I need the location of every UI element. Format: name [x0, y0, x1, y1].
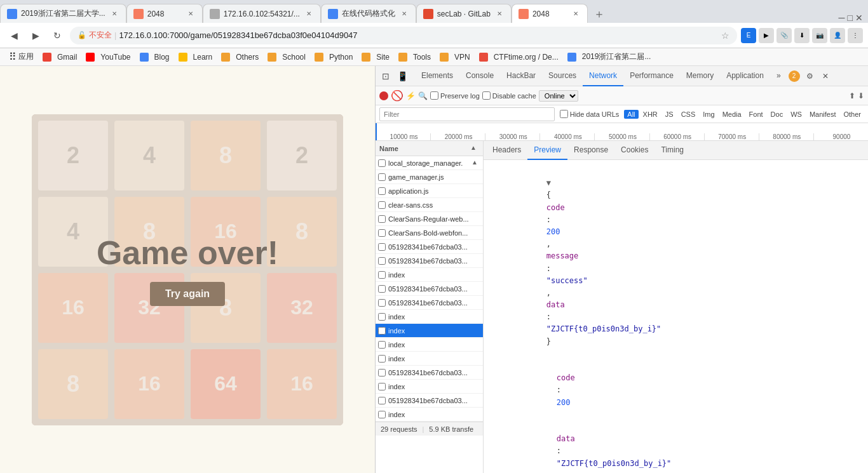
net-checkbox-i6[interactable]: [378, 411, 386, 418]
tab-close-2019[interactable]: ✕: [109, 9, 119, 19]
bookmark-gmail[interactable]: Gmail: [39, 51, 81, 63]
net-row-hash2[interactable]: 051928341be67dcba03...: [376, 254, 483, 268]
preview-tab-headers[interactable]: Headers: [486, 141, 527, 160]
bookmark-ctf[interactable]: CTFtime.org / De...: [475, 51, 562, 63]
extension-icon-3[interactable]: 📎: [776, 28, 792, 43]
hide-data-urls-checkbox[interactable]: [560, 110, 568, 118]
filter-icon[interactable]: ⚡: [406, 91, 416, 100]
refresh-button[interactable]: ↻: [48, 27, 66, 44]
tab-2048-1[interactable]: 2048 ✕: [126, 4, 203, 23]
tab-console[interactable]: Console: [459, 66, 500, 86]
tab-2019[interactable]: 2019浙江省第二届大学... ✕: [0, 4, 126, 23]
new-tab-button[interactable]: ＋: [590, 5, 608, 23]
tab-close-2048-active[interactable]: ✕: [571, 9, 581, 19]
net-row-hash4[interactable]: 051928341be67dcba03...: [376, 296, 483, 310]
try-again-button[interactable]: Try again: [150, 282, 225, 306]
tab-sources[interactable]: Sources: [542, 66, 583, 86]
export-button[interactable]: ⬇: [858, 91, 864, 100]
net-checkbox-css[interactable]: [378, 201, 386, 209]
preview-tab-response[interactable]: Response: [567, 141, 614, 160]
disable-cache-checkbox[interactable]: [482, 91, 491, 100]
bookmark-apps[interactable]: ⠿ 应用: [5, 50, 37, 64]
tab-daima[interactable]: 在线代码格式化 ✕: [321, 4, 416, 23]
net-row-clearsans-reg[interactable]: ClearSans-Regular-web...: [376, 212, 483, 226]
extension-icon-1[interactable]: E: [741, 28, 756, 43]
devtools-settings-button[interactable]: ⚙: [803, 69, 818, 84]
bookmark-learn[interactable]: Learn: [175, 51, 217, 63]
tab-close-gitlab[interactable]: ✕: [494, 9, 505, 19]
net-row-application[interactable]: application.js: [376, 184, 483, 198]
net-checkbox-app[interactable]: [378, 187, 386, 195]
tab-elements[interactable]: Elements: [415, 66, 459, 86]
tab-hackbar[interactable]: HackBar: [500, 66, 542, 86]
net-checkbox-i3[interactable]: [378, 341, 386, 349]
tab-performance[interactable]: Performance: [623, 66, 680, 86]
net-row-index6[interactable]: index: [376, 408, 483, 422]
net-checkbox-h3[interactable]: [378, 285, 386, 293]
disable-cache-label[interactable]: Disable cache: [482, 91, 536, 100]
tab-2048-active[interactable]: 2048 ✕: [512, 4, 588, 23]
tab-gitlab[interactable]: secLab · GitLab ✕: [416, 4, 512, 23]
net-row-hash1[interactable]: 051928341be67dcba03...: [376, 240, 483, 254]
tab-close-daima[interactable]: ✕: [399, 9, 409, 19]
scroll-up-icon[interactable]: ▲: [470, 144, 479, 153]
json-expand-icon[interactable]: ▼: [546, 178, 551, 187]
filter-font[interactable]: Font: [746, 110, 766, 119]
extension-icon-2[interactable]: ▶: [759, 28, 774, 43]
hide-data-urls-label[interactable]: Hide data URLs: [560, 110, 620, 118]
preview-tab-cookies[interactable]: Cookies: [614, 141, 654, 160]
net-row-hash6[interactable]: 051928341be67dcba03...: [376, 394, 483, 408]
minimize-button[interactable]: ─: [839, 13, 845, 23]
tab-close-172[interactable]: ✕: [304, 9, 314, 19]
import-button[interactable]: ⬆: [849, 91, 855, 100]
bookmark-star[interactable]: ☆: [721, 30, 729, 41]
filter-manifest[interactable]: Manifest: [806, 110, 839, 119]
net-row-index2[interactable]: index: [376, 310, 483, 324]
net-row-index-selected[interactable]: index: [376, 324, 483, 338]
net-row-index3[interactable]: index: [376, 338, 483, 352]
back-button[interactable]: ◀: [5, 27, 23, 44]
bookmark-tools[interactable]: Tools: [395, 51, 435, 63]
menu-button[interactable]: ⋮: [848, 28, 863, 43]
inspect-element-icon[interactable]: ⊡: [378, 69, 393, 84]
filter-other[interactable]: Other: [840, 110, 864, 119]
record-button[interactable]: [379, 91, 388, 100]
close-window-button[interactable]: ✕: [855, 13, 863, 23]
tab-172[interactable]: 172.16.0.102:54321/... ✕: [203, 4, 321, 23]
bookmark-blog[interactable]: Blog: [136, 51, 173, 63]
bookmark-school[interactable]: School: [264, 51, 309, 63]
filter-doc[interactable]: Doc: [768, 110, 787, 119]
net-row-game-manager[interactable]: game_manager.js: [376, 170, 483, 184]
device-toolbar-icon[interactable]: 📱: [395, 69, 410, 84]
throttle-select[interactable]: Online: [539, 90, 578, 102]
search-button[interactable]: 🔍: [418, 91, 428, 100]
tab-network[interactable]: Network: [583, 66, 623, 86]
extension-icon-6[interactable]: 👤: [830, 28, 845, 43]
filter-input[interactable]: [379, 107, 555, 121]
net-checkbox-h1[interactable]: [378, 243, 386, 251]
net-checkbox-h5[interactable]: [378, 369, 386, 376]
extension-icon-5[interactable]: 📷: [812, 28, 827, 43]
bookmark-zj[interactable]: 2019浙江省第二届...: [564, 50, 655, 63]
net-checkbox-i1[interactable]: [378, 271, 386, 279]
filter-img[interactable]: Img: [700, 110, 717, 119]
net-row-clearsans-bold[interactable]: ClearSans-Bold-webfon...: [376, 226, 483, 240]
net-row-local-storage[interactable]: local_storage_manager. ▲: [376, 156, 483, 170]
preview-tab-timing[interactable]: Timing: [654, 141, 690, 160]
net-checkbox-gm[interactable]: [378, 173, 386, 181]
filter-xhr[interactable]: XHR: [640, 110, 661, 119]
net-checkbox-h6[interactable]: [378, 397, 386, 404]
net-checkbox-bold[interactable]: [378, 229, 386, 237]
preserve-log-label[interactable]: Preserve log: [430, 91, 480, 100]
net-row-index5[interactable]: index: [376, 380, 483, 394]
bookmark-python[interactable]: Python: [311, 51, 356, 63]
preview-tab-preview[interactable]: Preview: [527, 141, 567, 160]
net-checkbox-i5[interactable]: [378, 383, 386, 390]
net-checkbox-local[interactable]: [378, 159, 386, 167]
net-row-index4[interactable]: index: [376, 352, 483, 366]
net-checkbox-reg[interactable]: [378, 215, 386, 223]
tab-memory[interactable]: Memory: [680, 66, 720, 86]
net-checkbox-h4[interactable]: [378, 299, 386, 307]
bookmark-youtube[interactable]: YouTube: [82, 51, 134, 63]
extension-icon-4[interactable]: ⬇: [794, 28, 810, 43]
